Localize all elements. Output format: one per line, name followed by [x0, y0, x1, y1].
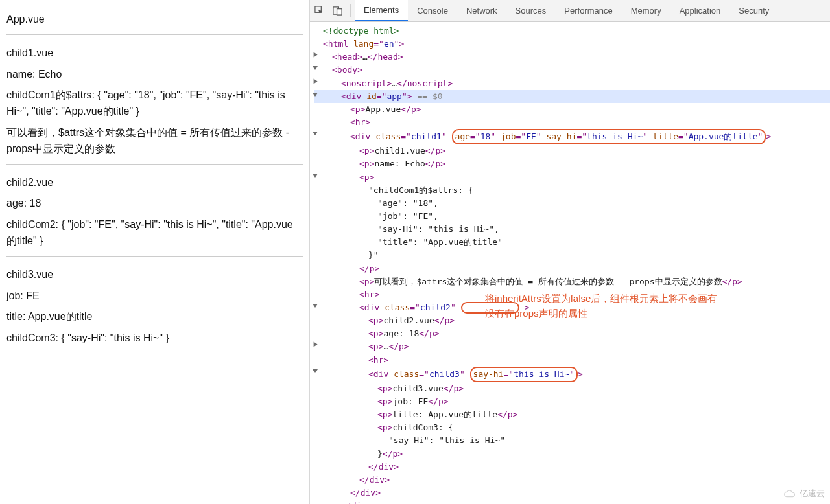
annotation-inheritattrs: 将inheritAttrs设置为false后，组件根元素上将不会画有 没有在pr…: [485, 292, 822, 321]
dom-p-child1[interactable]: <p>child1.vue</p>: [314, 144, 830, 157]
tabbar-divider: [350, 4, 351, 17]
dom-attrs-l5[interactable]: "title": "App.vue的title": [314, 236, 830, 249]
divider: [6, 34, 303, 35]
rendered-app-panel: App.vue child1.vue name: Echo childCom1的…: [0, 0, 310, 504]
child1-heading: child1.vue: [6, 45, 303, 62]
dom-doctype[interactable]: <!doctype html>: [314, 25, 830, 38]
dom-div-child3[interactable]: <div class="child3" say-hi="this is Hi~"…: [314, 367, 830, 382]
dom-p-age18[interactable]: <p>age: 18</p>: [314, 327, 830, 340]
dom-p-title[interactable]: <p>title: App.vue的title</p>: [314, 408, 830, 421]
dom-p-childcom3-open[interactable]: <p>childCom3: {: [314, 421, 830, 434]
child1-attrs: childCom1的$attrs: { "age": "18", "job": …: [6, 87, 303, 120]
tab-application[interactable]: Application: [670, 0, 730, 21]
dom-p-collapsed[interactable]: <p>…</p>: [314, 340, 830, 353]
dom-hr[interactable]: <hr>: [314, 116, 830, 129]
dom-html-open[interactable]: <html lang="en">: [314, 38, 830, 51]
dom-div-app[interactable]: ⋯ <div id="app"> == $0: [314, 90, 830, 103]
highlight-child1-attrs: age="18" job="FE" say-hi="this is Hi~" t…: [452, 129, 766, 144]
cloud-icon: [783, 489, 797, 498]
caret-icon[interactable]: [313, 93, 318, 97]
tab-sources[interactable]: Sources: [506, 0, 556, 21]
tab-security[interactable]: Security: [729, 0, 778, 21]
dom-p-attrs-close[interactable]: </p>: [314, 262, 830, 275]
caret-icon[interactable]: [313, 174, 318, 178]
tab-performance[interactable]: Performance: [555, 0, 621, 21]
dom-div-child1[interactable]: <div class="child1" age="18" job="FE" sa…: [314, 129, 830, 144]
dom-div-child3-close[interactable]: </div>: [314, 461, 830, 474]
dom-noscript[interactable]: <noscript>…</noscript>: [314, 77, 830, 90]
dom-p-name-echo[interactable]: <p>name: Echo</p>: [314, 157, 830, 170]
dom-head[interactable]: <head>…</head>: [314, 51, 830, 63]
dom-div-app-close[interactable]: </div>: [314, 499, 830, 504]
dom-attrs-l3[interactable]: "job": "FE",: [314, 210, 830, 223]
caret-icon[interactable]: [313, 66, 318, 70]
dom-tree[interactable]: <!doctype html> <html lang="en"> <head>……: [310, 22, 830, 504]
tab-elements[interactable]: Elements: [355, 0, 408, 21]
dom-p-childcom3-l2[interactable]: "say-Hi": "this is Hi~": [314, 434, 830, 447]
child1-note: 可以看到，$attrs这个对象集合中的值 = 所有传值过来的参数 - props…: [6, 125, 303, 157]
dom-attrs-l2[interactable]: "age": "18",: [314, 197, 830, 210]
dom-hr[interactable]: <hr>: [314, 354, 830, 367]
dom-p-jobfe[interactable]: <p>job: FE</p>: [314, 395, 830, 408]
highlight-child3-attrs: say-hi="this is Hi~": [470, 367, 578, 382]
app-heading: App.vue: [6, 12, 303, 28]
dom-attrs-l6[interactable]: }": [314, 249, 830, 262]
dom-div-child1-close[interactable]: </div>: [314, 487, 830, 499]
dom-attrs-l4[interactable]: "say-Hi": "this is Hi~",: [314, 223, 830, 236]
dom-attrs-l1[interactable]: "childCom1的$attrs: {: [314, 184, 830, 197]
child1-name: name: Echo: [6, 67, 303, 83]
watermark: 亿速云: [783, 487, 825, 500]
child2-attrs: childCom2: { "job": "FE", "say-Hi": "thi…: [6, 217, 303, 249]
dom-div-child2-close[interactable]: </div>: [314, 474, 830, 487]
caret-icon[interactable]: [313, 132, 318, 135]
tab-network[interactable]: Network: [457, 0, 506, 21]
inspect-icon[interactable]: [310, 0, 328, 21]
child3-job: job: FE: [6, 288, 303, 304]
caret-icon[interactable]: [314, 342, 318, 347]
caret-icon[interactable]: [313, 304, 318, 308]
svg-rect-2: [337, 9, 342, 15]
dom-p-childcom3-close[interactable]: }</p>: [314, 448, 830, 461]
child2-age: age: 18: [6, 196, 303, 212]
dom-body-open[interactable]: <body>: [314, 63, 830, 76]
tab-memory[interactable]: Memory: [622, 0, 670, 21]
tab-console[interactable]: Console: [408, 0, 457, 21]
child3-attrs: childCom3: { "say-Hi": "this is Hi~" }: [6, 330, 303, 347]
caret-icon[interactable]: [313, 369, 318, 373]
devtools-panel: Elements Console Network Sources Perform…: [310, 0, 830, 504]
child3-heading: child3.vue: [6, 267, 303, 283]
devtools-tabbar: Elements Console Network Sources Perform…: [310, 0, 830, 22]
caret-icon[interactable]: [314, 78, 318, 84]
caret-icon[interactable]: [314, 52, 318, 58]
divider: [6, 164, 303, 165]
divider: [6, 256, 303, 257]
dom-p-note[interactable]: <p>可以看到，$attrs这个对象集合中的值 = 所有传值过来的参数 - pr…: [314, 275, 830, 288]
device-toolbar-icon[interactable]: [328, 0, 346, 21]
dom-p-attrs-open[interactable]: <p>: [314, 171, 830, 184]
child2-heading: child2.vue: [6, 175, 303, 191]
dom-p-child3[interactable]: <p>child3.vue</p>: [314, 382, 830, 395]
dom-p-appvue[interactable]: <p>App.vue</p>: [314, 103, 830, 116]
child3-title: title: App.vue的title: [6, 309, 303, 325]
